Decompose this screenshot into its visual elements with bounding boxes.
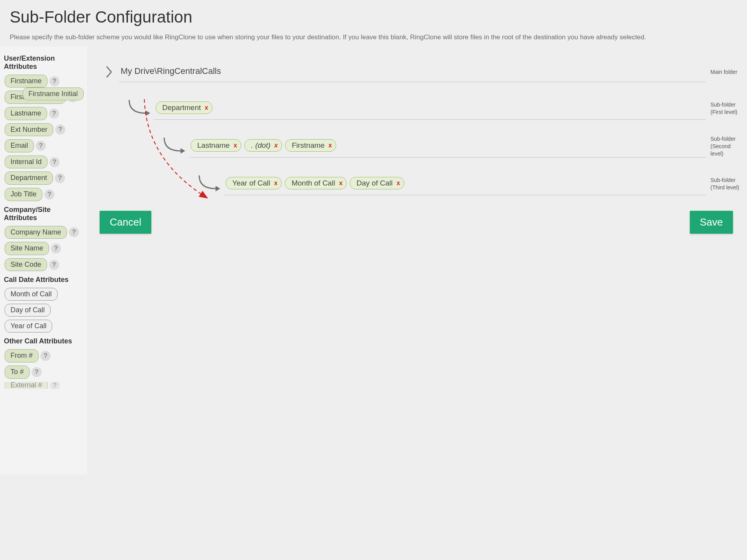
- page-title: Sub-Folder Configuration: [10, 8, 737, 26]
- help-icon[interactable]: ?: [69, 227, 79, 237]
- attr-email[interactable]: Email: [5, 139, 34, 152]
- attr-ext-number[interactable]: Ext Number: [5, 123, 53, 136]
- page-description: Please specify the sub-folder scheme you…: [10, 33, 737, 42]
- section-heading-company: Company/Site Attributes: [4, 206, 84, 222]
- remove-chip-icon[interactable]: x: [274, 180, 278, 187]
- chip-lastname[interactable]: Lastnamex: [191, 139, 241, 152]
- help-icon[interactable]: ?: [32, 367, 42, 377]
- attr-year-of-call[interactable]: Year of Call: [5, 320, 52, 332]
- row-label-level3: Sub-folder (Third level): [710, 177, 740, 191]
- chip-label: Month of Call: [291, 179, 335, 187]
- section-heading-calldate: Call Date Attributes: [4, 276, 84, 284]
- indent-arrow-icon: [123, 98, 154, 119]
- chip-label: Lastname: [197, 141, 230, 150]
- section-heading-user: User/Extension Attributes: [4, 54, 84, 71]
- attr-day-of-call[interactable]: Day of Call: [5, 304, 51, 317]
- indent-arrow-icon: [158, 136, 189, 156]
- chip-label: Firstname: [292, 141, 324, 150]
- svg-marker-2: [181, 148, 185, 154]
- chip-firstname[interactable]: Firstnamex: [285, 139, 336, 152]
- indent-arrow-icon: [193, 174, 224, 194]
- chip-dot[interactable]: . (dot)x: [244, 139, 282, 152]
- attr-month-of-call[interactable]: Month of Call: [5, 288, 58, 301]
- chip-department[interactable]: Departmentx: [156, 102, 212, 114]
- subfolder-level-3-dropzone[interactable]: Year of Callx Month of Callx Day of Call…: [224, 173, 706, 195]
- attribute-sidebar: User/Extension Attributes Firstname? Fir…: [0, 47, 88, 474]
- help-icon[interactable]: ?: [40, 351, 51, 361]
- help-icon[interactable]: ?: [55, 173, 65, 183]
- chip-label: Day of Call: [356, 179, 393, 187]
- remove-chip-icon[interactable]: x: [328, 142, 332, 149]
- attr-to-number[interactable]: To #: [5, 366, 30, 379]
- row-label-level1: Sub-folder (First level): [710, 101, 740, 116]
- subfolder-level-1-dropzone[interactable]: Departmentx: [154, 98, 706, 120]
- help-icon[interactable]: ?: [55, 124, 65, 135]
- chip-year-of-call[interactable]: Year of Callx: [226, 177, 282, 189]
- chevron-right-icon: [100, 65, 119, 79]
- help-icon[interactable]: ?: [49, 76, 60, 86]
- chip-label: Department: [162, 103, 201, 112]
- attr-department[interactable]: Department: [5, 172, 53, 185]
- attr-site-code[interactable]: Site Code: [5, 258, 47, 271]
- main-folder-path: My Drive\RingCentralCalls: [121, 66, 221, 76]
- help-icon[interactable]: ?: [49, 260, 59, 270]
- attr-company-name[interactable]: Company Name: [5, 226, 67, 239]
- help-icon[interactable]: ?: [44, 189, 54, 200]
- subfolder-level-2-dropzone[interactable]: Lastnamex . (dot)x Firstnamex: [189, 135, 706, 158]
- help-icon[interactable]: ?: [68, 92, 78, 102]
- help-icon[interactable]: ?: [49, 108, 59, 119]
- svg-marker-1: [146, 110, 150, 116]
- row-label-main: Main folder: [710, 68, 740, 76]
- folder-layout-area: My Drive\RingCentralCalls Main folder De…: [88, 47, 747, 249]
- attr-site-name[interactable]: Site Name: [5, 242, 49, 255]
- section-heading-othercall: Other Call Attributes: [4, 337, 84, 345]
- chip-label: Year of Call: [232, 179, 270, 187]
- remove-chip-icon[interactable]: x: [339, 180, 342, 187]
- attr-firstname-initial[interactable]: Firstname Initial: [5, 91, 66, 104]
- remove-chip-icon[interactable]: x: [205, 104, 208, 111]
- attr-lastname[interactable]: Lastname: [5, 107, 47, 120]
- help-icon[interactable]: ?: [50, 382, 60, 389]
- attr-job-title[interactable]: Job Title: [5, 188, 42, 201]
- main-folder-path-row: My Drive\RingCentralCalls: [119, 62, 706, 82]
- help-icon[interactable]: ?: [36, 141, 46, 151]
- svg-marker-3: [216, 186, 220, 191]
- attr-from-number[interactable]: From #: [5, 349, 39, 362]
- chip-month-of-call[interactable]: Month of Callx: [285, 177, 347, 189]
- remove-chip-icon[interactable]: x: [233, 142, 237, 149]
- remove-chip-icon[interactable]: x: [274, 142, 278, 149]
- help-icon[interactable]: ?: [49, 157, 60, 167]
- attr-internal-id[interactable]: Internal Id: [5, 156, 47, 169]
- help-icon[interactable]: ?: [51, 243, 61, 254]
- attr-external-number[interactable]: External #: [5, 382, 48, 389]
- cancel-button[interactable]: Cancel: [100, 211, 151, 234]
- row-label-level2: Sub-folder (Second level): [710, 135, 740, 158]
- remove-chip-icon[interactable]: x: [396, 180, 400, 187]
- save-button[interactable]: Save: [690, 211, 733, 234]
- chip-label: . (dot): [251, 141, 270, 150]
- chip-day-of-call[interactable]: Day of Callx: [350, 177, 404, 189]
- attr-firstname[interactable]: Firstname: [5, 75, 47, 88]
